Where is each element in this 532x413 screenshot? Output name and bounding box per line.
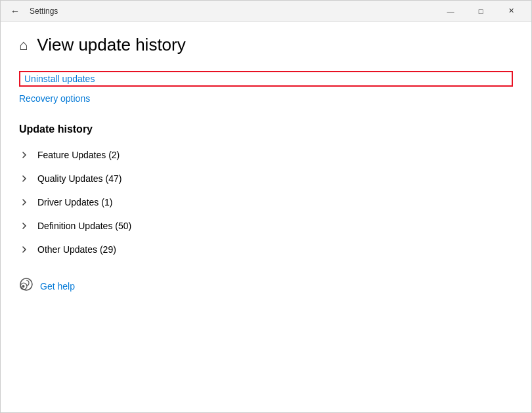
other-updates-label: Other Updates (29): [37, 244, 116, 255]
get-help-link[interactable]: Get help: [40, 281, 75, 292]
update-list: Feature Updates (2) Quality Updates (47): [19, 143, 513, 261]
chevron-icon-feature: [19, 150, 30, 160]
update-item-feature[interactable]: Feature Updates (2): [19, 143, 513, 167]
window-title: Settings: [30, 7, 58, 16]
recovery-options-link[interactable]: Recovery options: [19, 93, 513, 104]
home-icon: ⌂: [19, 37, 28, 54]
title-bar-left: ← Settings: [6, 2, 435, 20]
help-icon: [19, 277, 33, 295]
feature-updates-label: Feature Updates (2): [37, 150, 120, 160]
get-help-section: Get help: [19, 277, 513, 295]
update-item-quality[interactable]: Quality Updates (47): [19, 167, 513, 190]
chevron-icon-other: [19, 244, 30, 255]
chevron-icon-driver: [19, 197, 30, 207]
update-item-other[interactable]: Other Updates (29): [19, 238, 513, 261]
settings-window: ← Settings — □ ✕ ⌂ View update history U…: [0, 0, 532, 413]
quality-updates-label: Quality Updates (47): [37, 173, 122, 184]
chevron-icon-quality: [19, 173, 30, 184]
back-arrow-icon: ←: [11, 6, 20, 16]
window-controls: — □ ✕: [435, 1, 526, 22]
svg-point-2: [22, 285, 25, 288]
close-button[interactable]: ✕: [496, 1, 526, 22]
links-section: Uninstall updates Recovery options: [19, 71, 513, 110]
update-item-definition[interactable]: Definition Updates (50): [19, 214, 513, 238]
update-item-driver[interactable]: Driver Updates (1): [19, 190, 513, 214]
definition-updates-label: Definition Updates (50): [37, 221, 131, 231]
driver-updates-label: Driver Updates (1): [37, 197, 112, 207]
title-bar: ← Settings — □ ✕: [1, 1, 531, 22]
page-header: ⌂ View update history: [19, 35, 513, 55]
maximize-button[interactable]: □: [466, 1, 496, 22]
chevron-icon-definition: [19, 221, 30, 231]
page-title: View update history: [37, 35, 185, 55]
update-history-title: Update history: [19, 123, 513, 135]
minimize-button[interactable]: —: [435, 1, 466, 22]
update-history-section: Update history Feature Updates (2): [19, 123, 513, 261]
uninstall-updates-link[interactable]: Uninstall updates: [19, 71, 513, 87]
back-button[interactable]: ←: [6, 2, 24, 20]
content-area: ⌂ View update history Uninstall updates …: [1, 22, 531, 412]
